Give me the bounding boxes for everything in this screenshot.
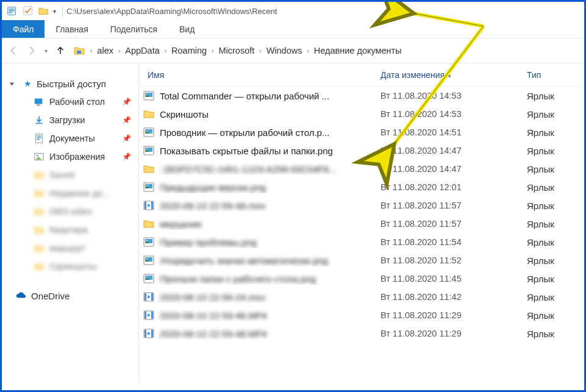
- file-row[interactable]: 2020-08-10 22-59-48.movВт 11.08.2020 11:…: [139, 196, 584, 215]
- file-list: Имя Дата изменения▾ Тип Total Commander …: [139, 63, 584, 384]
- sidebar-documents[interactable]: Документы 📌: [2, 129, 138, 148]
- window-title-path: C:\Users\alex\AppData\Roaming\Microsoft\…: [66, 7, 581, 16]
- sidebar-pictures[interactable]: Изображения 📌: [2, 148, 138, 166]
- file-row[interactable]: Total Commander — открыли рабочий ...Вт …: [139, 87, 584, 105]
- star-icon: ★: [24, 79, 32, 88]
- sidebar-quick-access[interactable]: ★ Быстрый доступ: [2, 74, 138, 93]
- file-name: 2020-08-10 22-59-48.MP4: [160, 329, 267, 339]
- crumb-windows[interactable]: Windows: [264, 46, 305, 55]
- file-date: Вт 11.08.2020 12:01: [381, 182, 527, 192]
- select-icon[interactable]: [21, 4, 35, 18]
- crumb-alex[interactable]: alex: [95, 46, 116, 55]
- sidebar-label: Загрузки: [49, 115, 85, 125]
- column-name[interactable]: Имя: [143, 70, 381, 80]
- divider: [62, 5, 63, 16]
- file-name: Пропали папки с рабочего стола.png: [160, 274, 316, 284]
- file-row[interactable]: СкриншотыВт 11.08.2020 14:53Ярлык: [139, 105, 584, 123]
- sidebar-label: Рабочий стол: [49, 97, 105, 107]
- pin-icon: 📌: [122, 116, 131, 124]
- file-row[interactable]: Проводник — открыли рабочий стол.p...Вт …: [139, 123, 584, 141]
- folder-icon: [34, 224, 45, 235]
- file-row[interactable]: 2020-08-10 22-56-24.movВт 11.08.2020 11:…: [139, 288, 584, 306]
- img-icon: [143, 126, 155, 138]
- breadcrumb-bar[interactable]: › alex› AppData› Roaming› Microsoft› Win…: [73, 42, 578, 59]
- chevron-right-icon[interactable]: ›: [88, 48, 95, 54]
- file-row[interactable]: Упорядочить значки автоматически.pngВт 1…: [139, 251, 584, 269]
- sidebar-item[interactable]: Saved: [2, 166, 138, 184]
- video-icon: [143, 327, 155, 340]
- sidebar-label: OneDrive: [31, 291, 70, 301]
- chevron-right-icon[interactable]: ›: [304, 48, 311, 54]
- file-row[interactable]: мерцаниеВт 11.08.2020 11:57Ярлык: [139, 215, 584, 233]
- folder-icon: [34, 188, 45, 199]
- file-name: Показывать скрытые файлы и папки.png: [160, 146, 333, 156]
- sidebar-downloads[interactable]: Загрузки 📌: [2, 111, 138, 129]
- file-name: 2020-08-10 22-59-48.mov: [160, 201, 265, 211]
- cloud-icon: [15, 290, 26, 301]
- pin-icon: 📌: [122, 134, 131, 143]
- file-row[interactable]: ::{6DFD7C5C-2451-11D3-A299-00C04F8...Вт …: [139, 160, 584, 178]
- back-icon[interactable]: [8, 45, 19, 56]
- chevron-right-icon[interactable]: ›: [209, 48, 216, 54]
- sort-desc-icon: ▾: [448, 73, 451, 79]
- folder-icon: [143, 163, 155, 175]
- sidebar-item[interactable]: OBS-video: [2, 202, 138, 221]
- sidebar-desktop[interactable]: Рабочий стол 📌: [2, 93, 138, 111]
- crumb-microsoft[interactable]: Microsoft: [216, 46, 257, 55]
- file-row[interactable]: 2020-08-10 22-59-48.MP4Вт 11.08.2020 11:…: [139, 306, 584, 324]
- file-row[interactable]: Показывать скрытые файлы и папки.pngВт 1…: [139, 141, 584, 160]
- file-date: Вт 11.08.2020 11:54: [381, 237, 527, 247]
- tab-share[interactable]: Поделиться: [99, 20, 168, 38]
- file-type: Ярлык: [527, 91, 584, 101]
- file-row[interactable]: Пример проблемы.pngВт 11.08.2020 11:54Яр…: [139, 233, 584, 251]
- recent-locations-icon[interactable]: ▾: [45, 48, 48, 54]
- quick-access-toolbar: ▾: [5, 4, 59, 18]
- file-row[interactable]: Пропали папки с рабочего стола.pngВт 11.…: [139, 269, 584, 288]
- sidebar-item[interactable]: маршрут: [2, 239, 138, 257]
- file-type: Ярлык: [527, 237, 584, 248]
- title-bar: ▾ C:\Users\alex\AppData\Roaming\Microsof…: [2, 2, 584, 20]
- crumb-roaming[interactable]: Roaming: [169, 46, 209, 55]
- chevron-right-icon[interactable]: ›: [257, 48, 263, 54]
- sidebar-item[interactable]: Квартира: [2, 221, 138, 239]
- tab-view[interactable]: Вид: [168, 20, 205, 38]
- crumb-appdata[interactable]: AppData: [123, 46, 162, 55]
- up-icon[interactable]: [55, 45, 66, 56]
- file-row[interactable]: 2020-08-10 22-59-48.MP4Вт 11.08.2020 11:…: [139, 324, 584, 343]
- column-date[interactable]: Дата изменения▾: [381, 70, 527, 80]
- file-name: Пример проблемы.png: [160, 237, 257, 248]
- file-date: Вт 11.08.2020 14:53: [381, 91, 527, 101]
- crumb-recent[interactable]: Недавние документы: [312, 46, 404, 55]
- file-row[interactable]: Предыдущие версии.pngВт 11.08.2020 12:01…: [139, 178, 584, 196]
- tab-file[interactable]: Файл: [2, 20, 45, 38]
- location-folder-icon: [73, 45, 85, 57]
- file-date: Вт 11.08.2020 14:47: [381, 164, 527, 174]
- picture-icon: [34, 151, 45, 162]
- file-name: Проводник — открыли рабочий стол.p...: [160, 127, 329, 138]
- chevron-right-icon[interactable]: ›: [162, 48, 169, 54]
- nav-buttons: ▾: [8, 45, 66, 56]
- column-type[interactable]: Тип: [527, 70, 584, 80]
- tab-home[interactable]: Главная: [45, 20, 99, 38]
- forward-icon[interactable]: [26, 45, 37, 56]
- sidebar-onedrive[interactable]: OneDrive: [2, 287, 138, 305]
- chevron-right-icon[interactable]: ›: [116, 48, 123, 54]
- desktop-icon: [34, 96, 45, 107]
- pin-icon: 📌: [122, 98, 131, 106]
- rows-container: Total Commander — открыли рабочий ...Вт …: [139, 87, 584, 384]
- img-icon: [143, 90, 155, 102]
- ribbon-tabs: Файл Главная Поделиться Вид: [2, 20, 584, 38]
- qat-dropdown-icon[interactable]: ▾: [53, 8, 56, 15]
- file-type: Ярлык: [527, 255, 584, 266]
- sidebar-item[interactable]: Недавние до...: [2, 184, 138, 202]
- column-headers: Имя Дата изменения▾ Тип: [139, 63, 584, 87]
- sidebar-item[interactable]: Скриншоты: [2, 257, 138, 276]
- file-type: Ярлык: [527, 127, 584, 138]
- file-date: Вт 11.08.2020 11:52: [381, 255, 527, 265]
- properties-icon[interactable]: [5, 4, 19, 18]
- file-type: Ярлык: [527, 182, 584, 193]
- folder-icon: [34, 169, 45, 180]
- img-icon: [143, 181, 155, 193]
- img-icon: [143, 273, 155, 285]
- new-folder-icon[interactable]: [37, 4, 51, 18]
